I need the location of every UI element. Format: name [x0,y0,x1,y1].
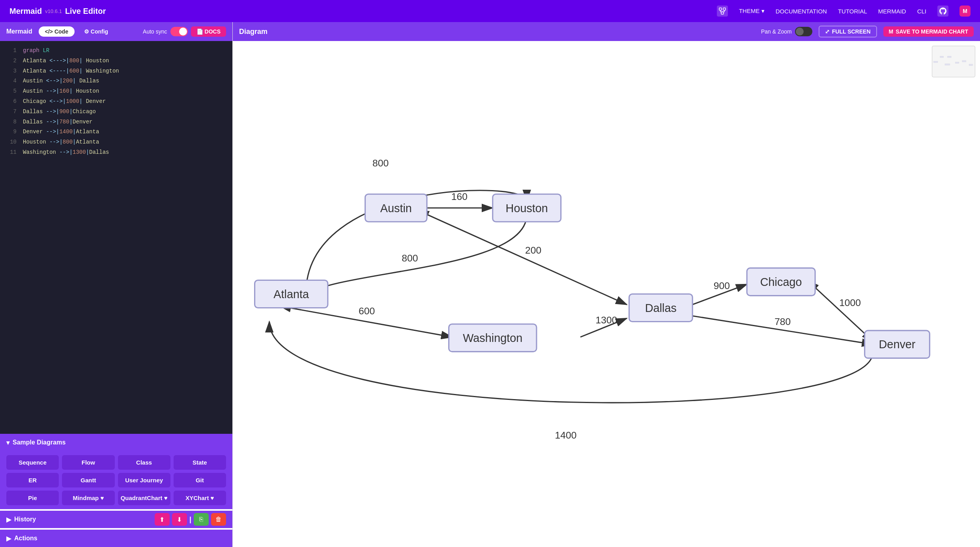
sample-er[interactable]: ER [6,473,59,487]
svg-rect-12 [945,63,950,65]
svg-rect-9 [940,56,943,58]
panzoom-label: Pan & Zoom [761,28,792,35]
right-panel: Diagram Pan & Zoom ⤢ FULL SCREEN M SAVE … [233,22,980,547]
history-copy-btn[interactable]: ⎘ [194,513,209,526]
sample-sequence[interactable]: Sequence [6,455,59,470]
history-label: History [14,516,36,523]
svg-rect-8 [933,61,938,63]
actions-header[interactable]: ▶ Actions [6,530,226,547]
history-header[interactable]: ▶ History ⬆ ⬇ | ⎘ 🗑 [6,511,226,528]
svg-rect-14 [969,64,973,65]
panzoom-group: Pan & Zoom [761,27,812,36]
code-tab[interactable]: </> Code [39,26,75,37]
autosync-label: Auto sync [143,28,167,35]
edge-denver-atlanta [269,321,873,403]
left-panel: Mermaid </> Code ⚙ Config Auto sync 📄 DO… [0,22,233,547]
code-line-5: 5 Austin -->|160| Houston [0,86,232,97]
history-section: ▶ History ⬆ ⬇ | ⎘ 🗑 [0,511,232,528]
label-chicago-denver: 1000 [839,297,861,308]
svg-rect-13 [962,60,966,62]
save-mermaid-icon: M [889,28,894,35]
sample-chevron-icon: ▾ [6,439,9,446]
sample-diagrams-grid: Sequence Flow Class State ER Gantt User … [6,451,226,509]
code-line-2: 2 Atlanta <--->|800| Houston [0,56,232,66]
node-houston-label: Houston [506,202,548,215]
label-atlanta-washington: 600 [359,306,375,316]
svg-rect-1 [723,8,726,10]
history-delete-btn[interactable]: 🗑 [211,513,226,526]
actions-chevron-icon: ▶ [6,535,11,542]
editor-mermaid-label: Mermaid [6,28,32,35]
main-layout: Mermaid </> Code ⚙ Config Auto sync 📄 DO… [0,22,980,547]
node-dallas-label: Dallas [645,302,677,314]
code-line-1: 1 graph LR [0,46,232,56]
sample-state[interactable]: State [174,455,226,470]
sample-user-journey[interactable]: User Journey [118,473,170,487]
sample-pie[interactable]: Pie [6,491,59,505]
sample-diagrams-header[interactable]: ▾ Sample Diagrams [6,434,226,451]
nav-theme[interactable]: THEME ▾ [739,7,765,15]
sample-xychart[interactable]: XYChart ♥ [174,491,226,505]
node-atlanta-label: Atlanta [273,288,309,301]
node-chicago-label: Chicago [760,276,802,288]
nav-cli[interactable]: CLI [917,8,926,15]
diagram-svg: 800 600 200 160 1000 900 780 [233,41,980,547]
sample-diagrams-label: Sample Diagrams [13,439,65,446]
config-tab[interactable]: ⚙ Config [78,26,114,37]
code-line-10: 10 Houston -->|800|Atlanta [0,137,232,147]
docs-button[interactable]: 📄 DOCS [191,26,226,37]
save-mermaid-button[interactable]: M SAVE TO MERMAID CHART [883,26,974,37]
diagram-icon [717,6,728,17]
editor-header: Mermaid </> Code ⚙ Config Auto sync 📄 DO… [0,22,232,41]
autosync-toggle[interactable] [170,27,188,36]
mermaid-logo-icon[interactable]: M [959,6,971,17]
panzoom-toggle[interactable] [795,27,812,36]
label-houston-atlanta: 800 [402,253,418,263]
sample-diagrams-section: ▾ Sample Diagrams Sequence Flow Class St… [0,434,232,509]
label-dallas-chicago: 900 [714,280,730,291]
history-divider: | [189,515,191,524]
svg-rect-10 [947,56,951,58]
code-editor[interactable]: 1 graph LR 2 Atlanta <--->|800| Houston … [0,41,232,434]
history-download-btn[interactable]: ⬇ [172,513,187,526]
autosync-knob [179,28,187,35]
edge-austin-dallas [427,215,627,305]
diagram-header: Diagram Pan & Zoom ⤢ FULL SCREEN M SAVE … [233,22,980,41]
sample-quadrant[interactable]: QuadrantChart ♥ [118,491,170,505]
sample-gantt[interactable]: Gantt [62,473,114,487]
sample-mindmap[interactable]: Mindmap ♥ [62,491,114,505]
fullscreen-button[interactable]: ⤢ FULL SCREEN [819,26,877,37]
brand-area: Mermaid v10.6.1 Live Editor [9,7,106,16]
code-line-6: 6 Chicago <-->|1000| Denver [0,97,232,107]
docs-icon: 📄 [196,28,203,35]
app-subtitle: Live Editor [65,7,106,16]
history-upload-btn[interactable]: ⬆ [155,513,170,526]
github-icon[interactable] [937,6,948,17]
label-austin-dallas: 200 [525,245,541,256]
sample-class[interactable]: Class [118,455,170,470]
label-dallas-denver: 780 [774,316,791,327]
node-denver-label: Denver [879,338,916,351]
sample-flow[interactable]: Flow [62,455,114,470]
code-line-3: 3 Atlanta <----|600| Washington [0,66,232,77]
nav-documentation[interactable]: DOCUMENTATION [776,8,827,15]
diagram-label: Diagram [239,28,267,36]
svg-rect-0 [719,8,722,10]
history-chevron-icon: ▶ [6,516,11,523]
svg-rect-11 [955,62,959,63]
app-brand: Mermaid [9,7,42,16]
history-actions: ⬆ ⬇ | ⎘ 🗑 [155,513,226,526]
label-austin-houston: 160 [451,191,468,202]
sample-git[interactable]: Git [174,473,226,487]
label-washington-dallas: 1300 [596,315,617,325]
node-austin-label: Austin [380,202,412,215]
nav-tutorial[interactable]: TUTORIAL [838,8,867,15]
app-version: v10.6.1 [45,8,62,14]
code-line-4: 4 Austin <-->|200| Dallas [0,76,232,86]
label-atlanta-houston: 800 [372,158,389,168]
nav-mermaid[interactable]: MERMAID [878,8,906,15]
actions-label: Actions [14,535,37,542]
code-line-9: 9 Denver -->|1400|Atlanta [0,127,232,137]
autosync-group: Auto sync 📄 DOCS [143,26,226,37]
diagram-canvas[interactable]: 800 600 200 160 1000 900 780 [233,41,980,547]
